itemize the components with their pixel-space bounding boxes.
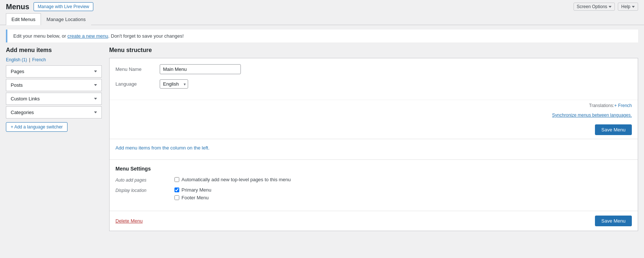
delete-menu-link[interactable]: Delete Menu xyxy=(115,218,143,224)
menu-name-label: Menu Name xyxy=(115,66,160,72)
auto-add-label: Auto add pages xyxy=(115,177,174,183)
language-row: Language English French xyxy=(115,79,632,89)
top-bar-left: Menus Manage with Live Preview xyxy=(6,2,93,11)
auto-add-row: Auto add pages Automatically add new top… xyxy=(115,177,632,183)
menu-structure-title: Menu structure xyxy=(109,47,638,54)
primary-menu-checkbox[interactable] xyxy=(174,188,179,192)
primary-menu-checkbox-label[interactable]: Primary Menu xyxy=(174,187,211,193)
screen-options-button[interactable]: Screen Options xyxy=(574,3,615,11)
chevron-down-icon xyxy=(609,6,612,8)
translations-row: Translations: + French xyxy=(110,100,638,111)
chevron-down-icon xyxy=(94,98,97,100)
menu-name-section: Menu Name Language English French xyxy=(110,58,638,100)
language-label: Language xyxy=(115,81,160,87)
sync-menus-link[interactable]: Synchronize menus between languages. xyxy=(552,113,632,118)
add-menu-items-title: Add menu items xyxy=(6,47,102,54)
chevron-down-icon xyxy=(94,84,97,86)
language-select-wrapper: English French xyxy=(160,79,188,89)
accordion-custom-links: Custom Links xyxy=(6,93,102,105)
display-location-controls: Primary Menu Footer Menu xyxy=(174,187,211,200)
save-menu-bottom-button[interactable]: Save Menu xyxy=(595,216,632,226)
footer-menu-checkbox-label[interactable]: Footer Menu xyxy=(174,195,211,200)
translations-prefix: Translations: xyxy=(589,103,614,108)
language-select[interactable]: English French xyxy=(160,79,188,89)
save-menu-top-button[interactable]: Save Menu xyxy=(595,124,632,135)
help-button[interactable]: Help xyxy=(618,3,638,11)
menu-name-input[interactable] xyxy=(160,64,241,74)
accordion-pages: Pages xyxy=(6,65,102,78)
page-title: Menus xyxy=(6,3,29,11)
top-bar: Menus Manage with Live Preview Screen Op… xyxy=(0,0,644,13)
display-location-row: Display location Primary Menu Footer Men… xyxy=(115,187,632,200)
auto-add-checkbox-label[interactable]: Automatically add new top-level pages to… xyxy=(174,177,291,182)
accordion-custom-links-header[interactable]: Custom Links xyxy=(6,93,101,104)
chevron-down-icon xyxy=(632,6,635,8)
empty-structure-text: Add menu items from the column on the le… xyxy=(110,139,638,156)
auto-add-checkbox[interactable] xyxy=(174,177,179,182)
menu-settings-title: Menu Settings xyxy=(115,166,632,172)
save-menu-top-row: Save Menu xyxy=(110,121,638,139)
auto-add-controls: Automatically add new top-level pages to… xyxy=(174,177,291,182)
right-panel: Menu structure Menu Name Language Englis… xyxy=(109,47,638,231)
footer-menu-checkbox[interactable] xyxy=(174,195,179,200)
live-preview-button[interactable]: Manage with Live Preview xyxy=(34,2,93,11)
delete-save-row: Delete Menu Save Menu xyxy=(110,211,638,231)
accordion-categories: Categories xyxy=(6,106,102,118)
main-content: Add menu items English (1) | French Page… xyxy=(0,47,644,237)
filter-separator: | xyxy=(29,57,30,62)
english-filter-link[interactable]: English (1) xyxy=(6,57,27,62)
french-filter-link[interactable]: French xyxy=(32,57,46,62)
notice-bar: Edit your menu below, or create a new me… xyxy=(6,30,638,42)
chevron-down-icon xyxy=(94,70,97,72)
tab-edit-menus[interactable]: Edit Menus xyxy=(6,13,41,25)
top-bar-right: Screen Options Help xyxy=(574,3,638,11)
display-location-label: Display location xyxy=(115,187,174,193)
translations-french-link[interactable]: + French xyxy=(614,103,632,108)
sync-row: Synchronize menus between languages. xyxy=(110,111,638,121)
accordion-categories-header[interactable]: Categories xyxy=(6,107,101,118)
create-new-menu-link[interactable]: create a new menu xyxy=(67,33,108,39)
menu-structure-box: Menu Name Language English French Transl… xyxy=(109,58,638,231)
accordion-posts-header[interactable]: Posts xyxy=(6,79,101,91)
tab-manage-locations[interactable]: Manage Locations xyxy=(41,13,91,25)
left-panel: Add menu items English (1) | French Page… xyxy=(6,47,102,231)
add-language-switcher-button[interactable]: + Add a language switcher xyxy=(6,122,67,132)
language-filter: English (1) | French xyxy=(6,57,102,62)
accordion-posts: Posts xyxy=(6,79,102,91)
accordion-pages-header[interactable]: Pages xyxy=(6,66,101,77)
menu-name-row: Menu Name xyxy=(115,64,632,74)
menu-settings-section: Menu Settings Auto add pages Automatical… xyxy=(110,159,638,211)
tabs-bar: Edit Menus Manage Locations xyxy=(0,13,644,25)
chevron-down-icon xyxy=(94,111,97,113)
